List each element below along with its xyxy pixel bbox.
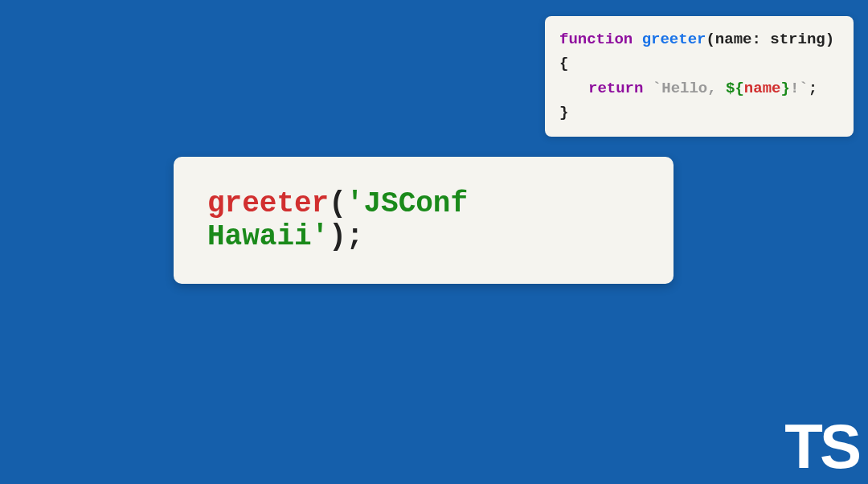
space <box>643 80 652 97</box>
call-function-name: greeter <box>207 187 329 220</box>
close-paren: ) <box>329 220 346 253</box>
open-paren: ( <box>329 187 346 220</box>
param-name: name <box>715 31 752 48</box>
open-brace: { <box>559 55 568 72</box>
colon: : <box>751 31 770 48</box>
close-paren: ) <box>825 31 834 48</box>
template-string-open: `Hello, <box>653 80 726 97</box>
param-type: string <box>770 31 825 48</box>
semicolon: ; <box>809 80 817 97</box>
function-name: greeter <box>642 31 706 48</box>
interp-open: ${ <box>726 80 744 97</box>
keyword-function: function <box>559 31 633 48</box>
typescript-logo: TS <box>784 415 858 478</box>
interp-close: } <box>780 80 789 97</box>
function-call-snippet: greeter('JSConf Hawaii'); <box>174 157 674 284</box>
code-line-3: } <box>559 100 839 125</box>
close-brace: } <box>559 104 568 121</box>
function-definition-snippet: function greeter(name: string) { return … <box>545 16 854 137</box>
keyword-return: return <box>588 80 643 97</box>
template-string-close: !` <box>790 80 809 97</box>
space <box>633 31 641 48</box>
open-paren: ( <box>706 31 714 48</box>
code-line-1: function greeter(name: string) { <box>559 27 839 76</box>
semicolon: ; <box>346 220 364 253</box>
code-line-2: return `Hello, ${name}!`; <box>559 76 839 100</box>
interp-variable: name <box>744 80 781 97</box>
